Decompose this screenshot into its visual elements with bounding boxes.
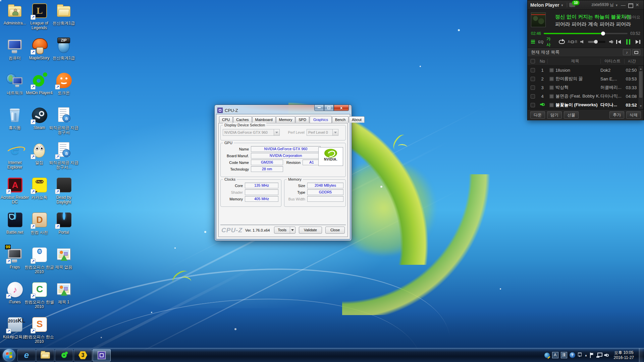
playlist-row[interactable]: 불꽃놀이 (Fireworks)다이나...03:52	[528, 101, 644, 109]
playlist-scrollbar[interactable]: ▲ ▼	[639, 66, 643, 109]
scrollbar-thumb[interactable]	[639, 71, 642, 98]
playlist-action-button[interactable]: 담기	[547, 111, 562, 119]
network-tray-icon[interactable]	[596, 353, 602, 358]
melon-titlebar[interactable]: Melon Player ▼ 10 zixte5939 님 ▼ — ×	[528, 0, 644, 10]
row-checkbox[interactable]	[531, 85, 535, 90]
tab-spd[interactable]: SPD	[296, 116, 309, 123]
taskbar-clock[interactable]: 오후 10:05 2016-11-27	[611, 350, 637, 360]
maximize-button[interactable]	[324, 105, 334, 111]
taskbar-windows-explorer[interactable]	[36, 349, 54, 361]
playlist-action-button[interactable]: 삭제	[626, 111, 641, 119]
row-checkbox[interactable]	[531, 68, 535, 72]
close-dialog-button[interactable]: Close	[325, 227, 345, 234]
melon-restore-button[interactable]	[627, 2, 634, 8]
melon-close-button[interactable]: ×	[634, 2, 641, 8]
start-button[interactable]	[3, 349, 15, 362]
tab-caches[interactable]: Caches	[233, 116, 252, 123]
desktop-icon-imgfile[interactable]: 제목 1	[49, 281, 78, 304]
language-bar-icon[interactable]	[544, 353, 550, 358]
gpu-codename-value: GM206	[251, 160, 283, 165]
message-bubble-icon[interactable]: 10	[569, 3, 575, 7]
player-controls: EQ 가사 A B	[528, 36, 644, 48]
desktop-icon-hwpdoc[interactable]: ㅎ퇴직공제금 지급청구서	[49, 107, 78, 135]
volume-icon[interactable]	[609, 40, 613, 44]
itunes-icon: ♪↗	[6, 281, 24, 299]
combo-arrow-icon[interactable]	[274, 129, 279, 135]
taskbar-cpuz-active[interactable]	[93, 349, 111, 361]
playlist-action-button[interactable]: 추가	[609, 111, 624, 119]
scroll-up-icon[interactable]: ▲	[639, 67, 643, 71]
action-center-icon[interactable]	[590, 353, 594, 358]
previous-track-button[interactable]	[616, 40, 621, 44]
clock-time: 오후 10:05	[614, 350, 634, 355]
row-checkbox[interactable]	[531, 103, 535, 107]
playlist-row[interactable]: 3박상혁허클베리...03:33	[528, 83, 644, 92]
playlist-row[interactable]: 11llusionDok202:50	[528, 66, 644, 74]
tab-memory[interactable]: Memory	[276, 116, 296, 123]
desktop-icon-dbd[interactable]: ↗Dead by Daylight	[49, 176, 78, 204]
playlist-toggle-icon[interactable]	[531, 40, 535, 44]
ime-mode-indicator[interactable]: A	[552, 352, 558, 358]
taskbar-melon-player[interactable]	[55, 349, 73, 361]
combo-arrow-icon[interactable]	[332, 129, 338, 135]
melon-minimize-button[interactable]: —	[620, 2, 627, 8]
tab-cpu[interactable]: CPU	[219, 116, 233, 123]
ime-hanja-key[interactable]: 漢	[561, 352, 567, 358]
album-art[interactable]	[531, 12, 546, 27]
show-desktop-button[interactable]	[639, 348, 643, 362]
volume-knob[interactable]	[594, 40, 598, 44]
display-device-combo[interactable]: NVIDIA GeForce GTX 960	[223, 129, 280, 136]
like-button[interactable]: ♥ 좋아요	[624, 14, 640, 20]
tab-mainboard[interactable]: Mainboard	[252, 116, 276, 123]
row-checkbox[interactable]	[531, 77, 535, 81]
desktop-icon-hanshow[interactable]: S↗한컴오피스 한쇼 2010	[24, 316, 54, 344]
show-hidden-icons-button[interactable]: ▲	[585, 354, 588, 357]
playlist-action-button[interactable]: 다운	[530, 111, 545, 119]
hwpdoc-icon: ㅎ	[55, 107, 73, 125]
ab-repeat-button[interactable]: A B	[568, 40, 577, 44]
desktop-icon-folder[interactable]: 전산회계1급	[49, 2, 78, 25]
memory-type-value: GDDR5	[307, 189, 343, 195]
desktop-icon-talkon[interactable]: ↗토크온	[49, 72, 78, 95]
repeat-icon[interactable]	[559, 40, 565, 44]
cpuz-titlebar[interactable]: CPU-Z x	[215, 105, 352, 114]
ime-help-icon[interactable]: ?	[570, 352, 575, 358]
perf-level-combo[interactable]: Perf Level 0	[307, 129, 338, 136]
volume-slider[interactable]	[588, 41, 605, 43]
desktop-icon-hwpdoc[interactable]: ㅎ↗퇴직공제금 지급청구서...	[49, 141, 78, 170]
playlist-action-button[interactable]: 선물	[564, 111, 579, 119]
seek-bar[interactable]	[544, 33, 628, 34]
next-track-button[interactable]	[636, 40, 640, 44]
tab-about[interactable]: About	[349, 116, 365, 123]
taskbar-internet-explorer[interactable]: e	[17, 349, 36, 361]
tab-bench[interactable]: Bench	[332, 116, 348, 123]
tab-graphics[interactable]: Graphics	[310, 116, 332, 123]
eq-button[interactable]: EQ	[538, 40, 543, 44]
volume-tray-icon[interactable]	[604, 353, 609, 357]
playlist-row[interactable]: 2한여름밤의 꿀San E,...03:53	[528, 74, 644, 83]
lyrics-button[interactable]: 가사	[546, 36, 553, 48]
title-dropdown-icon[interactable]: ▼	[560, 4, 564, 7]
close-button[interactable]: x	[334, 105, 349, 111]
select-all-checkbox[interactable]	[531, 59, 535, 63]
ime-toolbar-restore-icon[interactable]	[578, 353, 582, 358]
portal-icon: ↗	[55, 211, 73, 229]
taskbar-v3[interactable]: 3	[74, 349, 92, 361]
playlist-row[interactable]: 4불면증 (Feat. Bobby K...다이나믹...04:08	[528, 92, 644, 101]
tools-button[interactable]: Tools	[274, 227, 296, 234]
desktop-icon-zipegg[interactable]: ZIP전산회계1급	[49, 37, 78, 60]
row-checkbox[interactable]	[531, 94, 535, 99]
minimize-button[interactable]	[314, 105, 324, 111]
desktop-icon-imgfile[interactable]: 제목 없음	[49, 246, 78, 269]
mv-view-button[interactable]	[632, 49, 640, 55]
music-list-view-button[interactable]: ♪	[623, 49, 631, 55]
validate-button[interactable]: Validate	[299, 227, 322, 234]
user-dropdown-icon[interactable]: ▼	[615, 4, 618, 7]
desktop-icon-portal[interactable]: ↗Portal	[49, 211, 78, 235]
pause-button[interactable]	[626, 39, 630, 45]
mute-icon[interactable]	[580, 40, 584, 44]
scroll-down-icon[interactable]: ▼	[639, 104, 643, 108]
seek-knob[interactable]	[601, 32, 605, 36]
user-account-label[interactable]: zixte5939 님	[591, 2, 614, 8]
tools-dropdown-icon[interactable]	[290, 227, 295, 233]
